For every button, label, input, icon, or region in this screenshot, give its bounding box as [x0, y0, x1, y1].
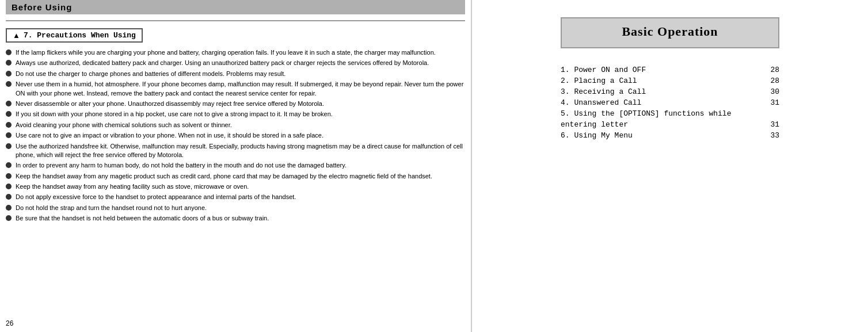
toc-page-number: 33 [765, 131, 779, 140]
toc-page-number: 31 [765, 120, 779, 129]
precautions-list: If the lamp flickers while you are charg… [6, 48, 465, 223]
toc-dots [641, 104, 765, 105]
toc-page-number: 28 [765, 77, 779, 85]
bullet-icon [6, 215, 12, 221]
toc-page-number: 28 [765, 66, 779, 74]
warning-icon: ▲ [13, 31, 20, 40]
toc-label: 2. Placing a Call [561, 77, 637, 85]
toc-dots [633, 137, 765, 138]
toc-label: 3. Receiving a Call [561, 87, 646, 96]
toc-row: 5. Using the [OPTIONS] functions while [561, 109, 779, 118]
toc-row: 2. Placing a Call28 [561, 77, 779, 85]
bullet-icon [6, 111, 12, 117]
bullet-icon [6, 143, 12, 149]
section-title-box: ▲ 7. Precautions When Using [6, 28, 143, 43]
list-item: In order to prevent any harm to human bo… [6, 161, 465, 170]
bullet-icon [6, 162, 12, 168]
bullet-icon [6, 205, 12, 211]
list-item: If you sit down with your phone stored i… [6, 110, 465, 119]
toc-label: 1. Power ON and OFF [561, 66, 646, 74]
bullet-icon [6, 122, 12, 128]
divider [6, 20, 465, 21]
bullet-icon [6, 81, 12, 87]
section-title-text: 7. Precautions When Using [24, 31, 136, 40]
list-item: Use the authorized handsfree kit. Otherw… [6, 142, 465, 160]
toc-label: 6. Using My Menu [561, 131, 633, 140]
bullet-icon [6, 194, 12, 200]
bullet-icon [6, 60, 12, 66]
right-panel: Basic Operation 1. Power ON and OFF282. … [472, 0, 868, 332]
bullet-icon [6, 101, 12, 106]
toc-dots [646, 71, 765, 72]
toc-container: 1. Power ON and OFF282. Placing a Call28… [561, 66, 779, 142]
bullet-icon [6, 173, 12, 179]
toc-page-number: 30 [765, 87, 779, 96]
bullet-icon [6, 49, 12, 55]
bullet-icon [6, 71, 12, 77]
list-item: Avoid cleaning your phone with chemical … [6, 121, 465, 129]
list-item: Do not hold the strap and turn the hands… [6, 204, 465, 212]
toc-label: 5. Using the [OPTIONS] functions while [561, 109, 731, 118]
before-using-header: Before Using [6, 0, 465, 14]
toc-dots [637, 82, 765, 83]
toc-row: 1. Power ON and OFF28 [561, 66, 779, 74]
bullet-icon [6, 132, 12, 138]
list-item: Always use authorized, dedicated battery… [6, 59, 465, 67]
toc-row: 4. Unanswered Call31 [561, 98, 779, 107]
toc-dots [628, 126, 765, 127]
toc-page-number: 31 [765, 98, 779, 107]
bullet-icon [6, 184, 12, 189]
list-item: Use care not to give an impact or vibrat… [6, 131, 465, 140]
list-item: Do not use the charger to charge phones … [6, 70, 465, 78]
list-item: Never use them in a humid, hot atmospher… [6, 80, 465, 98]
toc-row: entering letter31 [561, 120, 779, 129]
list-item: If the lamp flickers while you are charg… [6, 48, 465, 57]
toc-label: entering letter [561, 120, 628, 129]
page-number: 26 [6, 319, 13, 327]
list-item: Keep the handset away from any magetic p… [6, 172, 465, 181]
toc-label: 4. Unanswered Call [561, 98, 641, 107]
toc-row: 6. Using My Menu33 [561, 131, 779, 140]
basic-operation-box: Basic Operation [561, 17, 779, 48]
basic-operation-title: Basic Operation [579, 24, 761, 39]
toc-dots [646, 93, 765, 94]
list-item: Keep the handset away from any heating f… [6, 182, 465, 191]
toc-row: 3. Receiving a Call30 [561, 87, 779, 96]
list-item: Be sure that the handset is not held bet… [6, 214, 465, 223]
list-item: Do not apply excessive force to the hand… [6, 193, 465, 201]
list-item: Never disassemble or alter your phone. U… [6, 100, 465, 108]
